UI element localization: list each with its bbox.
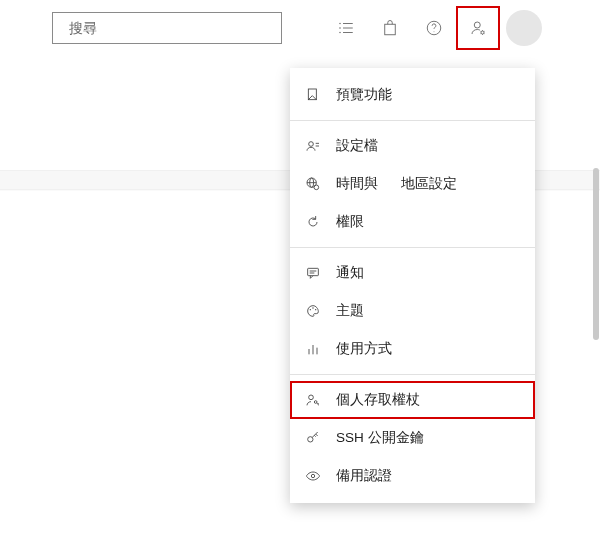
menu-item-label: 設定檔 <box>336 137 378 155</box>
eye-icon <box>304 467 322 485</box>
search-box[interactable] <box>52 12 282 44</box>
bag-icon <box>381 19 399 37</box>
menu-item-label: 通知 <box>336 264 364 282</box>
menu-item-label: 備用認證 <box>336 467 392 485</box>
svg-point-32 <box>308 437 313 442</box>
user-gear-icon <box>469 19 487 37</box>
key-icon <box>304 429 322 447</box>
menu-divider <box>290 374 535 375</box>
svg-point-11 <box>474 22 480 28</box>
scrollbar[interactable] <box>593 168 599 340</box>
palette-icon <box>304 302 322 320</box>
menu-item-label: SSH 公開金鑰 <box>336 429 424 447</box>
search-input[interactable] <box>69 20 273 36</box>
svg-point-33 <box>311 474 314 477</box>
help-icon <box>425 19 443 37</box>
top-icons <box>326 8 542 48</box>
svg-rect-21 <box>308 268 319 275</box>
menu-item-permissions[interactable]: 權限 <box>290 203 535 241</box>
svg-point-25 <box>312 307 313 308</box>
user-settings-menu: 預覽功能 設定檔 時間與 地區設定 權限 通知 主題 <box>290 68 535 503</box>
menu-item-label: 時間與 地區設定 <box>336 175 457 193</box>
menu-item-label: 個人存取權杖 <box>336 391 420 409</box>
chat-icon <box>304 264 322 282</box>
person-key-icon <box>304 391 322 409</box>
menu-item-pat[interactable]: 個人存取權杖 <box>290 381 535 419</box>
menu-item-theme[interactable]: 主題 <box>290 292 535 330</box>
list-icon <box>337 19 355 37</box>
menu-item-ssh[interactable]: SSH 公開金鑰 <box>290 419 535 457</box>
svg-point-7 <box>340 32 341 33</box>
topbar <box>0 0 600 56</box>
menu-item-label: 權限 <box>336 213 364 231</box>
menu-item-notifications[interactable]: 通知 <box>290 254 535 292</box>
menu-item-label: 主題 <box>336 302 364 320</box>
bar-chart-icon <box>304 340 322 358</box>
list-icon-btn[interactable] <box>326 8 366 48</box>
marketplace-icon-btn[interactable] <box>370 8 410 48</box>
svg-point-24 <box>310 309 311 310</box>
svg-point-14 <box>309 142 314 147</box>
menu-item-time-region[interactable]: 時間與 地區設定 <box>290 165 535 203</box>
menu-item-profile[interactable]: 設定檔 <box>290 127 535 165</box>
user-settings-icon-btn[interactable] <box>458 8 498 48</box>
menu-item-label: 預覽功能 <box>336 86 392 104</box>
menu-item-usage[interactable]: 使用方式 <box>290 330 535 368</box>
globe-icon <box>304 175 322 193</box>
svg-point-26 <box>315 309 316 310</box>
svg-point-12 <box>481 31 484 34</box>
preview-icon <box>304 86 322 104</box>
refresh-icon <box>304 213 322 231</box>
menu-item-label: 使用方式 <box>336 340 392 358</box>
svg-rect-8 <box>385 24 396 35</box>
svg-point-30 <box>309 395 314 400</box>
menu-item-alt-creds[interactable]: 備用認證 <box>290 457 535 495</box>
help-icon-btn[interactable] <box>414 8 454 48</box>
menu-item-preview[interactable]: 預覽功能 <box>290 76 535 114</box>
svg-point-6 <box>340 28 341 29</box>
svg-point-20 <box>314 185 319 190</box>
menu-divider <box>290 120 535 121</box>
svg-point-5 <box>340 23 341 24</box>
svg-point-10 <box>434 31 435 32</box>
profile-icon <box>304 137 322 155</box>
menu-divider <box>290 247 535 248</box>
svg-point-31 <box>314 401 317 404</box>
avatar[interactable] <box>506 10 542 46</box>
